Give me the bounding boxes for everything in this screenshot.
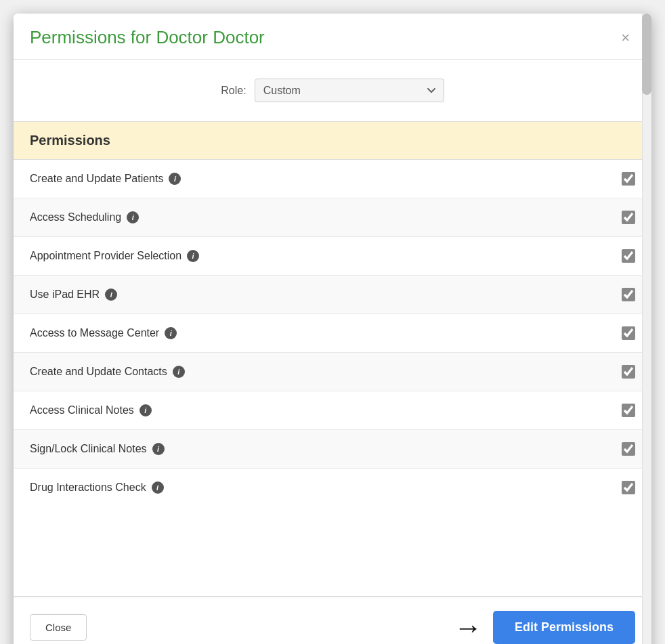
permission-checkbox[interactable] — [622, 211, 635, 224]
info-icon[interactable]: i — [152, 443, 165, 455]
permission-row: Create and Update Patientsi — [14, 160, 651, 198]
permission-row: Use iPad EHRi — [14, 276, 651, 314]
info-icon[interactable]: i — [169, 173, 181, 185]
permissions-list: Create and Update PatientsiAccess Schedu… — [14, 160, 651, 507]
arrow-icon: → — [454, 614, 482, 642]
edit-permissions-button[interactable]: Edit Permissions — [493, 611, 635, 644]
permission-name: Access to Message Centeri — [30, 327, 177, 339]
permission-name: Access Schedulingi — [30, 211, 139, 223]
permission-checkbox[interactable] — [622, 249, 635, 263]
permission-name: Access Clinical Notesi — [30, 404, 152, 416]
permission-checkbox[interactable] — [622, 481, 635, 494]
permissions-header-text: Permissions — [30, 133, 110, 148]
permission-checkbox[interactable] — [622, 288, 635, 301]
permission-name: Create and Update Patientsi — [30, 173, 181, 185]
permission-name: Use iPad EHRi — [30, 288, 117, 301]
permission-checkbox[interactable] — [622, 404, 635, 417]
info-icon[interactable]: i — [105, 288, 117, 301]
info-icon[interactable]: i — [173, 366, 185, 378]
permission-row: Drug Interactions Checki — [14, 469, 651, 507]
permission-row: Access Clinical Notesi — [14, 391, 651, 430]
close-button[interactable]: Close — [30, 614, 87, 641]
permission-name: Drug Interactions Checki — [30, 481, 164, 494]
modal-header: Permissions for Doctor Doctor × — [14, 14, 651, 60]
permission-row: Access to Message Centeri — [14, 314, 651, 353]
permissions-table: Permissions Create and Update PatientsiA… — [14, 121, 651, 597]
permissions-modal: Permissions for Doctor Doctor × Role: Cu… — [14, 14, 651, 644]
role-label: Role: — [221, 85, 246, 97]
footer-right: → Edit Permissions — [454, 611, 635, 644]
scrollbar-track[interactable] — [642, 14, 651, 644]
info-icon[interactable]: i — [127, 211, 139, 223]
permission-row: Appointment Provider Selectioni — [14, 237, 651, 276]
close-x-button[interactable]: × — [616, 28, 635, 48]
role-row: Role: CustomDoctorAdminNurseStaff — [14, 60, 651, 121]
permission-name: Appointment Provider Selectioni — [30, 250, 199, 262]
permission-row: Create and Update Contactsi — [14, 353, 651, 391]
permission-name: Sign/Lock Clinical Notesi — [30, 443, 165, 455]
permission-checkbox[interactable] — [622, 442, 635, 456]
permission-row: Access Schedulingi — [14, 198, 651, 237]
info-icon[interactable]: i — [187, 250, 199, 262]
info-icon[interactable]: i — [165, 327, 177, 339]
role-select[interactable]: CustomDoctorAdminNurseStaff — [255, 79, 444, 102]
permission-row: Sign/Lock Clinical Notesi — [14, 430, 651, 469]
modal-footer: Close → Edit Permissions — [14, 597, 651, 644]
permission-checkbox[interactable] — [622, 172, 635, 186]
info-icon[interactable]: i — [152, 481, 164, 494]
scrollbar-thumb[interactable] — [642, 14, 651, 95]
permissions-header: Permissions — [14, 122, 651, 160]
info-icon[interactable]: i — [140, 404, 152, 416]
permission-name: Create and Update Contactsi — [30, 366, 185, 378]
modal-title: Permissions for Doctor Doctor — [30, 27, 265, 48]
permission-checkbox[interactable] — [622, 365, 635, 379]
permission-checkbox[interactable] — [622, 326, 635, 340]
